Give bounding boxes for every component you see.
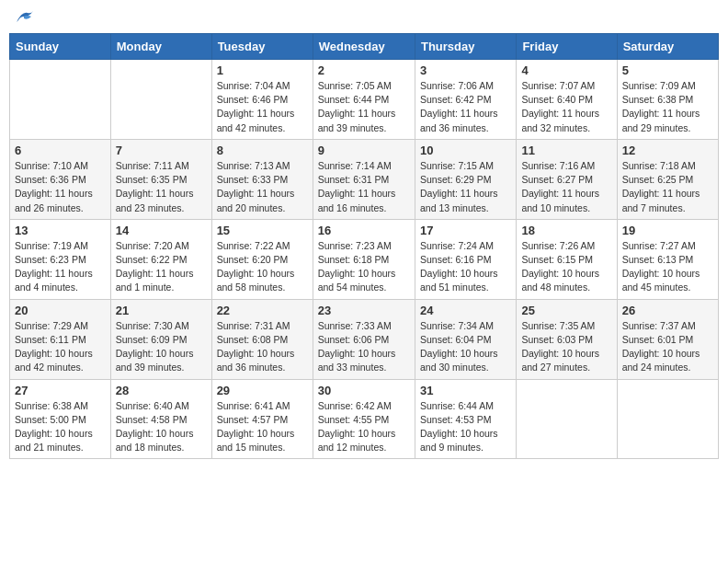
day-info: Sunrise: 7:24 AM Sunset: 6:16 PM Dayligh…	[420, 239, 511, 295]
day-info: Sunrise: 7:09 AM Sunset: 6:38 PM Dayligh…	[622, 79, 713, 135]
calendar-cell: 24Sunrise: 7:34 AM Sunset: 6:04 PM Dayli…	[415, 299, 516, 379]
calendar-cell: 8Sunrise: 7:13 AM Sunset: 6:33 PM Daylig…	[211, 139, 313, 219]
day-number: 26	[622, 304, 713, 317]
day-info: Sunrise: 7:11 AM Sunset: 6:35 PM Dayligh…	[116, 159, 207, 215]
column-header-thursday: Thursday	[415, 34, 516, 60]
day-number: 24	[420, 304, 511, 317]
day-info: Sunrise: 6:44 AM Sunset: 4:53 PM Dayligh…	[420, 399, 511, 455]
calendar-cell: 28Sunrise: 6:40 AM Sunset: 4:58 PM Dayli…	[110, 379, 211, 459]
day-number: 4	[521, 63, 611, 77]
calendar-week-row: 13Sunrise: 7:19 AM Sunset: 6:23 PM Dayli…	[10, 219, 719, 299]
day-info: Sunrise: 7:05 AM Sunset: 6:44 PM Dayligh…	[318, 79, 410, 135]
calendar-cell	[110, 60, 211, 140]
day-info: Sunrise: 7:33 AM Sunset: 6:06 PM Dayligh…	[318, 319, 410, 375]
calendar-cell: 4Sunrise: 7:07 AM Sunset: 6:40 PM Daylig…	[517, 60, 617, 140]
calendar-week-row: 20Sunrise: 7:29 AM Sunset: 6:11 PM Dayli…	[10, 299, 719, 379]
calendar-cell: 18Sunrise: 7:26 AM Sunset: 6:15 PM Dayli…	[517, 219, 617, 299]
calendar-cell: 12Sunrise: 7:18 AM Sunset: 6:25 PM Dayli…	[617, 139, 718, 219]
day-info: Sunrise: 7:10 AM Sunset: 6:36 PM Dayligh…	[15, 159, 106, 215]
day-number: 5	[622, 63, 713, 77]
day-number: 29	[217, 384, 308, 397]
calendar-cell: 7Sunrise: 7:11 AM Sunset: 6:35 PM Daylig…	[110, 139, 211, 219]
day-info: Sunrise: 7:14 AM Sunset: 6:31 PM Dayligh…	[318, 159, 410, 215]
day-info: Sunrise: 7:22 AM Sunset: 6:20 PM Dayligh…	[217, 239, 308, 295]
calendar-week-row: 27Sunrise: 6:38 AM Sunset: 5:00 PM Dayli…	[10, 379, 719, 459]
column-header-tuesday: Tuesday	[211, 34, 313, 60]
day-number: 10	[420, 144, 511, 157]
day-number: 12	[622, 144, 713, 157]
day-info: Sunrise: 7:15 AM Sunset: 6:29 PM Dayligh…	[420, 159, 511, 215]
calendar-table: SundayMondayTuesdayWednesdayThursdayFrid…	[9, 33, 719, 459]
day-number: 1	[217, 63, 308, 77]
day-number: 27	[15, 384, 106, 397]
calendar-cell: 11Sunrise: 7:16 AM Sunset: 6:27 PM Dayli…	[517, 139, 617, 219]
calendar-cell: 19Sunrise: 7:27 AM Sunset: 6:13 PM Dayli…	[617, 219, 718, 299]
day-number: 2	[318, 63, 410, 77]
calendar-cell	[617, 379, 718, 459]
calendar-cell: 15Sunrise: 7:22 AM Sunset: 6:20 PM Dayli…	[211, 219, 313, 299]
day-info: Sunrise: 7:26 AM Sunset: 6:15 PM Dayligh…	[521, 239, 611, 295]
day-info: Sunrise: 7:16 AM Sunset: 6:27 PM Dayligh…	[521, 159, 611, 215]
calendar-cell: 31Sunrise: 6:44 AM Sunset: 4:53 PM Dayli…	[415, 379, 516, 459]
calendar-cell: 26Sunrise: 7:37 AM Sunset: 6:01 PM Dayli…	[617, 299, 718, 379]
day-number: 28	[116, 384, 207, 397]
day-number: 13	[15, 224, 106, 237]
calendar-cell: 9Sunrise: 7:14 AM Sunset: 6:31 PM Daylig…	[313, 139, 415, 219]
calendar-cell: 22Sunrise: 7:31 AM Sunset: 6:08 PM Dayli…	[211, 299, 313, 379]
day-number: 23	[318, 304, 410, 317]
calendar-week-row: 1Sunrise: 7:04 AM Sunset: 6:46 PM Daylig…	[10, 60, 719, 140]
day-number: 20	[15, 304, 106, 317]
calendar-cell: 14Sunrise: 7:20 AM Sunset: 6:22 PM Dayli…	[110, 219, 211, 299]
day-info: Sunrise: 7:29 AM Sunset: 6:11 PM Dayligh…	[15, 319, 106, 375]
calendar-cell: 2Sunrise: 7:05 AM Sunset: 6:44 PM Daylig…	[313, 60, 415, 140]
calendar-cell: 13Sunrise: 7:19 AM Sunset: 6:23 PM Dayli…	[10, 219, 111, 299]
calendar-week-row: 6Sunrise: 7:10 AM Sunset: 6:36 PM Daylig…	[10, 139, 719, 219]
logo	[13, 9, 35, 26]
day-info: Sunrise: 6:40 AM Sunset: 4:58 PM Dayligh…	[116, 399, 207, 455]
day-info: Sunrise: 7:23 AM Sunset: 6:18 PM Dayligh…	[318, 239, 410, 295]
day-info: Sunrise: 7:34 AM Sunset: 6:04 PM Dayligh…	[420, 319, 511, 375]
day-number: 18	[521, 224, 611, 237]
calendar-cell: 17Sunrise: 7:24 AM Sunset: 6:16 PM Dayli…	[415, 219, 516, 299]
day-number: 21	[116, 304, 207, 317]
column-header-friday: Friday	[517, 34, 617, 60]
calendar-cell: 27Sunrise: 6:38 AM Sunset: 5:00 PM Dayli…	[10, 379, 111, 459]
day-number: 25	[521, 304, 611, 317]
day-info: Sunrise: 7:06 AM Sunset: 6:42 PM Dayligh…	[420, 79, 511, 135]
calendar-cell: 16Sunrise: 7:23 AM Sunset: 6:18 PM Dayli…	[313, 219, 415, 299]
day-number: 11	[521, 144, 611, 157]
day-info: Sunrise: 7:37 AM Sunset: 6:01 PM Dayligh…	[622, 319, 713, 375]
day-info: Sunrise: 6:38 AM Sunset: 5:00 PM Dayligh…	[15, 399, 106, 455]
calendar-cell: 23Sunrise: 7:33 AM Sunset: 6:06 PM Dayli…	[313, 299, 415, 379]
calendar-cell: 10Sunrise: 7:15 AM Sunset: 6:29 PM Dayli…	[415, 139, 516, 219]
day-info: Sunrise: 6:41 AM Sunset: 4:57 PM Dayligh…	[217, 399, 308, 455]
day-info: Sunrise: 7:30 AM Sunset: 6:09 PM Dayligh…	[116, 319, 207, 375]
column-header-saturday: Saturday	[617, 34, 718, 60]
calendar-cell: 30Sunrise: 6:42 AM Sunset: 4:55 PM Dayli…	[313, 379, 415, 459]
day-number: 14	[116, 224, 207, 237]
day-number: 7	[116, 144, 207, 157]
day-info: Sunrise: 7:13 AM Sunset: 6:33 PM Dayligh…	[217, 159, 308, 215]
day-info: Sunrise: 7:19 AM Sunset: 6:23 PM Dayligh…	[15, 239, 106, 295]
day-number: 17	[420, 224, 511, 237]
day-info: Sunrise: 7:07 AM Sunset: 6:40 PM Dayligh…	[521, 79, 611, 135]
day-info: Sunrise: 6:42 AM Sunset: 4:55 PM Dayligh…	[318, 399, 410, 455]
day-number: 19	[622, 224, 713, 237]
calendar-cell: 5Sunrise: 7:09 AM Sunset: 6:38 PM Daylig…	[617, 60, 718, 140]
day-info: Sunrise: 7:35 AM Sunset: 6:03 PM Dayligh…	[521, 319, 611, 375]
calendar-cell: 29Sunrise: 6:41 AM Sunset: 4:57 PM Dayli…	[211, 379, 313, 459]
day-number: 31	[420, 384, 511, 397]
calendar-cell: 21Sunrise: 7:30 AM Sunset: 6:09 PM Dayli…	[110, 299, 211, 379]
day-info: Sunrise: 7:20 AM Sunset: 6:22 PM Dayligh…	[116, 239, 207, 295]
day-number: 16	[318, 224, 410, 237]
column-header-sunday: Sunday	[10, 34, 111, 60]
day-info: Sunrise: 7:04 AM Sunset: 6:46 PM Dayligh…	[217, 79, 308, 135]
calendar-cell: 1Sunrise: 7:04 AM Sunset: 6:46 PM Daylig…	[211, 60, 313, 140]
day-number: 22	[217, 304, 308, 317]
day-number: 8	[217, 144, 308, 157]
calendar-cell	[10, 60, 111, 140]
day-info: Sunrise: 7:18 AM Sunset: 6:25 PM Dayligh…	[622, 159, 713, 215]
day-number: 6	[15, 144, 106, 157]
day-info: Sunrise: 7:27 AM Sunset: 6:13 PM Dayligh…	[622, 239, 713, 295]
day-number: 9	[318, 144, 410, 157]
